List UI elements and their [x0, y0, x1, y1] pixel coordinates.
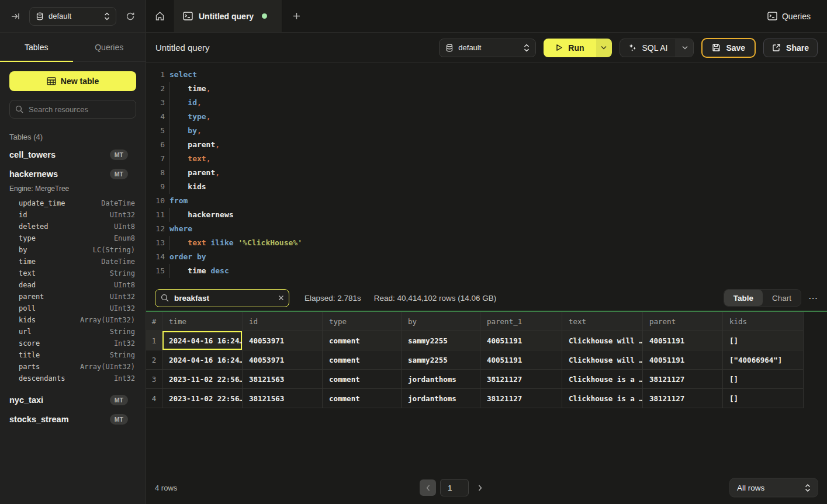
page-size-selector[interactable]: All rows — [729, 478, 818, 498]
run-options-button[interactable] — [596, 39, 612, 57]
database-selector[interactable]: default — [29, 7, 116, 26]
table-cell[interactable]: Clickhouse is a … — [562, 389, 643, 408]
table-cell[interactable]: Clickhouse will … — [562, 331, 643, 350]
table-list-item[interactable]: nyc_taxiMT — [9, 390, 136, 409]
table-cell[interactable]: [] — [723, 389, 804, 408]
table-cell[interactable]: 40051191 — [480, 331, 562, 350]
table-list-item[interactable]: hackernewsMT — [9, 164, 136, 183]
new-table-button[interactable]: New table — [9, 71, 136, 91]
line-number: 7 — [146, 152, 165, 166]
column-header[interactable]: kids — [723, 312, 804, 331]
table-cell[interactable]: 3 — [146, 370, 162, 389]
new-tab-button[interactable] — [282, 0, 310, 32]
search-icon — [161, 294, 169, 302]
table-cell[interactable]: 38121127 — [480, 389, 562, 408]
chevron-left-icon — [426, 485, 430, 491]
queries-button[interactable]: Queries — [767, 0, 827, 32]
run-button[interactable]: Run — [544, 39, 596, 57]
tab-untitled-query[interactable]: Untitled query — [174, 0, 282, 32]
table-cell[interactable]: [] — [723, 331, 804, 350]
column-header[interactable]: type — [323, 312, 402, 331]
table-cell[interactable]: 4 — [146, 389, 162, 408]
previous-page-button[interactable] — [420, 479, 436, 496]
table-cell[interactable]: 40051191 — [480, 350, 562, 370]
table-cell[interactable]: 40051191 — [643, 331, 723, 350]
table-cell[interactable]: 2 — [146, 350, 162, 370]
column-type: LC(String) — [93, 246, 135, 254]
code-text: type, — [169, 110, 210, 124]
table-cell[interactable]: 40053971 — [243, 331, 323, 350]
table-cell[interactable]: comment — [323, 370, 402, 389]
table-cell[interactable]: comment — [323, 389, 402, 408]
query-header: Untitled query default Run — [146, 33, 827, 63]
table-name: stocks_stream — [9, 415, 69, 424]
line-number: 8 — [146, 166, 165, 180]
sql-ai-button[interactable]: SQL AI — [620, 39, 676, 57]
editor-line: 14order by — [146, 250, 827, 264]
table-cell[interactable]: 38121563 — [243, 389, 323, 408]
share-button[interactable]: Share — [763, 39, 818, 57]
tab-home[interactable] — [146, 0, 174, 32]
clear-search-icon[interactable] — [278, 295, 284, 301]
collapse-sidebar-icon[interactable] — [8, 9, 22, 23]
results-search-input[interactable] — [155, 289, 289, 307]
code-text: text ilike '%ClickHouse%' — [169, 236, 302, 250]
view-tab-chart[interactable]: Chart — [763, 290, 801, 306]
table-cell[interactable]: 2024-04-16 16:24… — [162, 331, 243, 350]
table-cell[interactable]: 38121127 — [480, 370, 562, 389]
more-options-icon[interactable]: ⋯ — [808, 293, 818, 304]
run-label: Run — [568, 43, 584, 53]
table-cell[interactable]: Clickhouse will … — [562, 350, 643, 370]
column-header[interactable]: parent — [643, 312, 723, 331]
table-cell[interactable]: [] — [723, 370, 804, 389]
table-cell[interactable]: 40053971 — [243, 350, 323, 370]
page-number-input[interactable]: 1 — [440, 479, 469, 496]
elapsed-stat: Elapsed: 2.781s — [304, 294, 361, 303]
table-cell[interactable]: 38121127 — [643, 389, 723, 408]
column-type: Int32 — [114, 339, 135, 347]
column-header[interactable]: by — [402, 312, 480, 331]
table-list-item[interactable]: cell_towersMT — [9, 145, 136, 164]
sidebar-tab-queries[interactable]: Queries — [73, 33, 146, 61]
table-cell[interactable]: ["40066964"] — [723, 350, 804, 370]
table-cell[interactable]: 2023-11-02 22:56… — [162, 370, 243, 389]
table-cell[interactable]: 38121127 — [643, 370, 723, 389]
pagination: 1 — [420, 479, 487, 496]
table-cell[interactable]: sammy2255 — [402, 350, 480, 370]
column-name: score — [19, 339, 40, 347]
table-cell[interactable]: jordanthoms — [402, 370, 480, 389]
table-cell[interactable]: 40051191 — [643, 350, 723, 370]
sidebar-tab-tables[interactable]: Tables — [0, 33, 73, 61]
query-database-selector[interactable]: default — [439, 39, 536, 57]
table-cell[interactable]: sammy2255 — [402, 331, 480, 350]
column-header[interactable]: time — [162, 312, 243, 331]
table-cell[interactable]: 38121563 — [243, 370, 323, 389]
refresh-icon[interactable] — [123, 9, 137, 23]
schema-column-row: urlString — [9, 326, 136, 338]
line-number: 10 — [146, 194, 165, 208]
table-cell[interactable]: comment — [323, 331, 402, 350]
schema-column-row: typeEnum8 — [9, 232, 136, 244]
next-page-button[interactable] — [473, 479, 487, 496]
table-cell[interactable]: 2024-04-16 16:24… — [162, 350, 243, 370]
table-list-item[interactable]: stocks_streamMT — [9, 409, 136, 429]
column-header[interactable]: parent_1 — [480, 312, 562, 331]
sql-editor[interactable]: 1select2 time,3 id,4 type,5 by,6 parent,… — [146, 63, 827, 285]
search-resources-input[interactable] — [9, 100, 136, 119]
column-header[interactable]: id — [243, 312, 323, 331]
schema-column-row: descendantsInt32 — [9, 373, 136, 384]
column-header[interactable]: text — [562, 312, 643, 331]
column-type: Int32 — [114, 374, 135, 383]
view-tab-table[interactable]: Table — [724, 290, 763, 306]
sql-ai-options-button[interactable] — [676, 39, 693, 57]
table-cell[interactable]: 1 — [146, 331, 162, 350]
table-cell[interactable]: comment — [323, 350, 402, 370]
save-button[interactable]: Save — [701, 38, 756, 58]
table-cell[interactable]: Clickhouse is a … — [562, 370, 643, 389]
table-cell[interactable]: jordanthoms — [402, 389, 480, 408]
table-list: cell_towersMThackernewsMTEngine: MergeTr… — [9, 145, 136, 429]
engine-badge: MT — [110, 169, 128, 179]
schema-column-row: pollUInt32 — [9, 303, 136, 314]
table-cell[interactable]: 2023-11-02 22:56… — [162, 389, 243, 408]
column-header[interactable]: # — [146, 312, 162, 331]
